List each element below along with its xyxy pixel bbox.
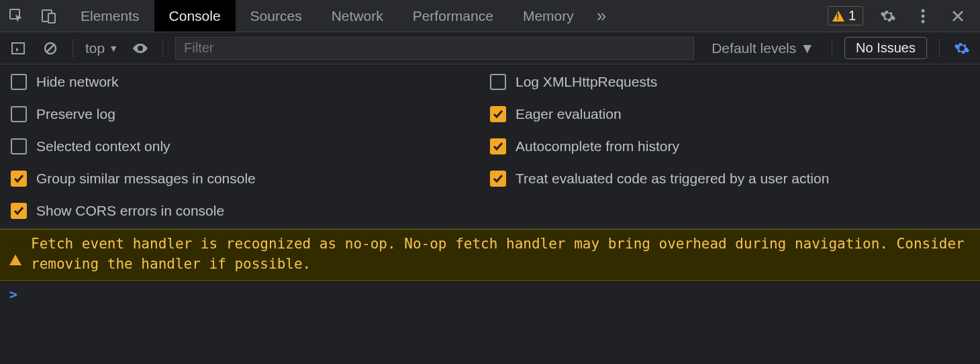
separator [72,39,73,58]
context-dropdown[interactable]: top ▼ [85,40,118,56]
setting-label: Hide network [36,74,119,90]
tab-label: Network [332,8,383,24]
tab-label: Performance [413,8,493,24]
log-levels-dropdown[interactable]: Default levels ▼ [706,40,820,56]
gear-icon[interactable] [878,6,898,26]
setting-selected-context-only[interactable]: Selected context only [11,138,490,154]
checkbox[interactable] [490,171,506,187]
console-settings-gear-icon[interactable] [952,38,972,58]
tab-network[interactable]: Network [317,0,398,32]
setting-hide-network[interactable]: Hide network [11,74,490,90]
tab-elements[interactable]: Elements [66,0,154,32]
tab-console[interactable]: Console [154,0,236,32]
checkbox[interactable] [11,106,27,122]
tab-bar-left-icons [0,6,66,26]
prompt-caret: > [9,286,17,302]
close-icon[interactable] [948,6,968,26]
separator [832,39,832,58]
issues-label: No Issues [856,40,916,55]
setting-eager-evaluation[interactable]: Eager evaluation [490,106,969,122]
checkbox[interactable] [490,138,506,154]
setting-label: Log XMLHttpRequests [516,74,657,90]
dropdown-arrow-icon: ▼ [109,43,118,54]
svg-rect-6 [12,43,24,54]
warning-text: Fetch event handler is recognized as no-… [31,234,971,275]
setting-preserve-log[interactable]: Preserve log [11,106,490,122]
setting-label: Selected context only [36,138,170,154]
console-settings-panel: Hide networkLog XMLHttpRequestsPreserve … [0,64,980,229]
setting-label: Preserve log [36,106,115,122]
settings-grid: Hide networkLog XMLHttpRequestsPreserve … [11,74,969,219]
warning-icon [832,11,844,21]
checkbox[interactable] [11,171,27,187]
setting-label: Show CORS errors in console [36,203,224,219]
checkbox[interactable] [11,203,27,219]
separator [939,39,940,58]
filter-input[interactable] [175,37,694,60]
tab-label: Console [169,8,221,24]
setting-label: Group similar messages in console [36,171,256,187]
checkbox[interactable] [11,138,27,154]
setting-show-cors-errors-in-console[interactable]: Show CORS errors in console [11,203,490,219]
console-toolbar: top ▼ Default levels ▼ No Issues [0,32,980,64]
warning-icon [9,236,21,257]
console-warning-message: Fetch event handler is recognized as no-… [0,229,980,281]
warnings-badge[interactable]: 1 [828,6,863,26]
clear-console-icon[interactable] [40,38,60,58]
separator [162,39,163,58]
setting-autocomplete-from-history[interactable]: Autocomplete from history [490,138,969,154]
tab-performance[interactable]: Performance [398,0,508,32]
eye-icon[interactable] [130,38,150,58]
checkbox[interactable] [490,74,506,90]
setting-label: Eager evaluation [516,106,622,122]
setting-log-xmlhttprequests[interactable]: Log XMLHttpRequests [490,74,969,90]
svg-rect-2 [48,13,55,23]
kebab-menu-icon[interactable] [913,6,933,26]
svg-point-5 [922,19,925,23]
checkbox[interactable] [11,74,27,90]
console-prompt[interactable]: > [0,281,980,308]
tab-bar-right: 1 [828,6,980,26]
dropdown-arrow-icon: ▼ [800,40,814,56]
tab-label: Sources [250,8,302,24]
levels-label: Default levels [712,40,796,56]
setting-label: Autocomplete from history [516,138,679,154]
svg-point-3 [922,9,925,12]
setting-group-similar-messages-in-console[interactable]: Group similar messages in console [11,171,490,187]
warning-count: 1 [848,8,856,24]
console-sidebar-toggle-icon[interactable] [8,38,28,58]
inspect-element-icon[interactable] [7,6,27,26]
more-tabs-button[interactable]: » [589,0,614,32]
issues-button[interactable]: No Issues [844,37,927,59]
checkbox[interactable] [490,106,506,122]
svg-point-4 [922,14,925,17]
devtools-tab-bar: Elements Console Sources Network Perform… [0,0,980,32]
tab-label: Memory [523,8,574,24]
context-label: top [85,40,105,56]
device-toolbar-icon[interactable] [39,6,59,26]
devtools-tabs: Elements Console Sources Network Perform… [66,0,614,32]
setting-label: Treat evaluated code as triggered by a u… [516,171,829,187]
tab-memory[interactable]: Memory [508,0,589,32]
tab-sources[interactable]: Sources [236,0,317,32]
setting-treat-evaluated-code-as-triggered-by-a-user-action[interactable]: Treat evaluated code as triggered by a u… [490,171,969,187]
tab-label: Elements [81,8,140,24]
